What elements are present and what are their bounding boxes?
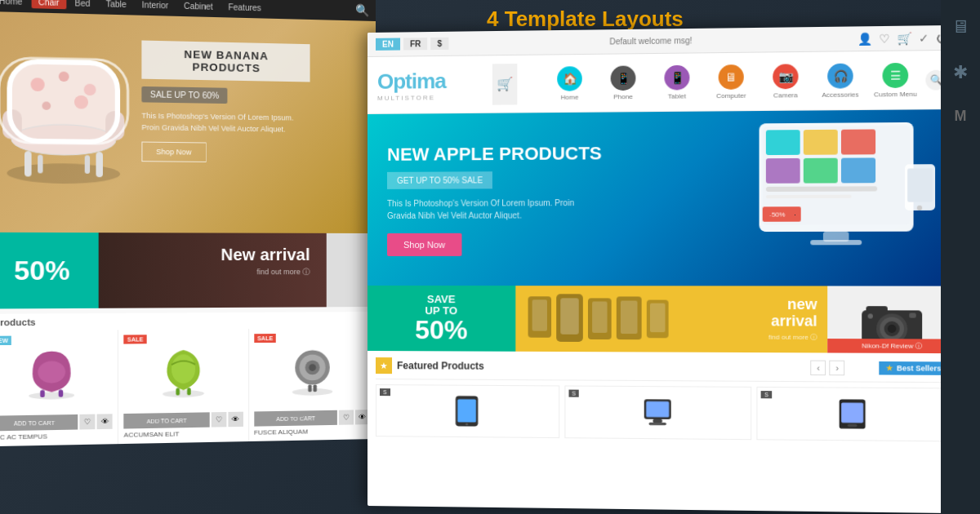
promo-strips-right: SAVEUP TO 50% new arrival find out more … — [368, 286, 957, 353]
nav-interior[interactable]: Interior — [135, 0, 175, 11]
nav-accessories-box[interactable]: 🎧 Accessories — [815, 57, 865, 104]
nav-cabinet[interactable]: Cabinet — [177, 0, 220, 13]
hero-sale-text: SALE UP TO 60% — [141, 86, 227, 104]
topbar-welcome: Default welcome msg! — [452, 34, 854, 48]
user-icon[interactable]: 👤 — [858, 32, 872, 46]
phone-label: Phone — [613, 92, 633, 100]
svg-point-68 — [466, 423, 468, 425]
featured-header: ★ Featured Products ‹ › ★ Best Sellers — [376, 357, 948, 383]
svg-point-0 — [7, 163, 120, 184]
nav-camera-box[interactable]: 📷 Camera — [761, 58, 811, 105]
nav-home-box[interactable]: 🏠 Home — [546, 60, 594, 106]
svg-point-24 — [292, 388, 333, 397]
nav-features[interactable]: Features — [221, 0, 268, 14]
hero-banner-text: NEW BANANA PRODUCTS — [141, 41, 310, 82]
svg-rect-13 — [38, 155, 42, 174]
svg-point-47 — [917, 206, 922, 210]
svg-rect-11 — [24, 151, 32, 176]
cart-icon-top[interactable]: 🛒 — [897, 31, 911, 45]
lang-fr-button[interactable]: FR — [403, 38, 427, 50]
device-illustration: -50% — [725, 113, 948, 285]
svg-rect-29 — [308, 385, 311, 392]
svg-rect-53 — [592, 301, 607, 333]
nav-computer-box[interactable]: 🖥 Computer — [706, 58, 755, 105]
products-section: Products NEW ADD TO CART ♡ 👁 — [0, 307, 376, 446]
product-name-2: ACCUMSAN ELIT — [124, 429, 243, 439]
featured-prev-button[interactable]: ‹ — [811, 361, 826, 376]
add-to-cart-button-2[interactable]: ADD TO CART — [124, 412, 210, 428]
joomla-icon[interactable]: ✱ — [953, 62, 968, 83]
wishlist-icon-2[interactable]: ♡ — [211, 412, 226, 428]
nav-phone-box[interactable]: 📱 Phone — [599, 60, 648, 106]
svg-rect-23 — [188, 388, 192, 395]
magento-icon[interactable]: M — [955, 108, 967, 125]
lang-dollar-button[interactable]: $ — [430, 38, 448, 50]
custom-label: Custom Menu — [874, 90, 917, 98]
product-card-3: SALE ADD TO CART ♡ 👁 — [249, 328, 376, 441]
featured-arrows: ‹ › — [811, 361, 845, 376]
logo-text: Optima — [377, 68, 492, 95]
promo-save-block[interactable]: SAVEUP TO 50% — [368, 286, 515, 352]
svg-rect-67 — [458, 399, 477, 422]
check-icon[interactable]: ✓ — [919, 31, 929, 45]
hero-shop-now-button[interactable]: Shop Now — [141, 142, 206, 162]
product-card-2: SALE ADD TO CART ♡ 👁 ACCU — [118, 329, 248, 444]
promo-phones-block[interactable] — [515, 286, 691, 352]
view-icon-2[interactable]: 👁 — [228, 412, 243, 428]
hero-right-content: NEW APPLE PRODUCTS GET UP TO 50% SALE Th… — [368, 126, 622, 272]
svg-point-16 — [29, 392, 74, 400]
promo-nikon-block[interactable]: Nikon-Df Review ⓘ — [827, 286, 956, 353]
svg-rect-12 — [96, 152, 103, 177]
template-right: EN FR $ Default welcome msg! 👤 ♡ 🛒 ✓ ⏻ O… — [368, 25, 957, 513]
nav-chair[interactable]: Chair — [31, 0, 66, 9]
promo-new-arrival-right[interactable]: new arrival find out more ⓘ — [692, 286, 828, 352]
product-badge-sale-3: SALE — [254, 334, 276, 343]
featured-title: Featured Products — [397, 360, 811, 374]
svg-rect-19 — [59, 390, 64, 397]
svg-rect-51 — [560, 298, 578, 335]
hero-left-content: NEW BANANA PRODUCTS SALE UP TO 60% This … — [141, 41, 310, 164]
custom-menu-icon: ☰ — [883, 62, 909, 87]
cart-button[interactable]: 🛒 — [492, 63, 517, 104]
product-actions-3: ADD TO CART ♡ 👁 — [254, 410, 370, 427]
tablet-icon: 📱 — [664, 64, 689, 90]
featured-badge-1: S — [380, 388, 390, 396]
hero-right-shop-now-button[interactable]: Shop Now — [387, 233, 461, 255]
nav-custom-box[interactable]: ☰ Custom Menu — [871, 56, 920, 104]
camera-icon: 📷 — [773, 64, 798, 89]
wishlist-icon-3[interactable]: ♡ — [339, 410, 354, 424]
hero-left: NEW BANANA PRODUCTS SALE UP TO 60% This … — [0, 11, 376, 233]
tablet-label: Tablet — [668, 92, 686, 100]
svg-rect-14 — [85, 155, 90, 174]
monitor-icon[interactable]: 🖥 — [951, 16, 969, 38]
nikon-label: Nikon-Df Review ⓘ — [827, 339, 956, 353]
nav-icons-right: 🏠 Home 📱 Phone 📱 Tablet 🖥 Computer 📷 Cam… — [517, 56, 947, 107]
wishlist-icon[interactable]: ♡ — [879, 32, 890, 46]
svg-rect-40 — [766, 195, 852, 198]
nav-table[interactable]: Table — [99, 0, 133, 11]
nav-home[interactable]: Home — [0, 0, 29, 8]
nav-tablet-box[interactable]: 📱 Tablet — [653, 59, 702, 106]
featured-next-button[interactable]: › — [830, 361, 845, 376]
computer-icon: 🖥 — [719, 64, 744, 90]
right-sidebar: 🖥 ✱ M — [941, 0, 980, 514]
product-badge-new: NEW — [0, 336, 11, 346]
add-to-cart-button-3[interactable]: ADD TO CART — [254, 410, 337, 427]
svg-rect-59 — [866, 306, 887, 314]
wishlist-icon-1[interactable]: ♡ — [80, 414, 96, 430]
hero-right-title: NEW APPLE PRODUCTS — [387, 143, 602, 166]
featured-star-icon: ★ — [376, 357, 392, 374]
featured-badge-3: S — [761, 391, 772, 398]
nav-search-icon[interactable]: 🔍 — [355, 3, 369, 16]
promo-percent-left[interactable]: 50% — [0, 233, 99, 309]
svg-point-65 — [868, 313, 873, 318]
promo-new-arrival-left[interactable]: New arrival find out more ⓘ — [99, 233, 327, 308]
featured-badge-2: S — [568, 390, 579, 397]
view-icon-1[interactable]: 👁 — [97, 414, 113, 429]
hero-sale-btn[interactable]: GET UP TO 50% SALE — [387, 171, 492, 189]
svg-rect-22 — [176, 388, 180, 396]
nav-bed[interactable]: Bed — [68, 0, 97, 10]
add-to-cart-button-1[interactable]: ADD TO CART — [0, 414, 78, 432]
chair-illustration — [0, 29, 133, 216]
lang-en-button[interactable]: EN — [376, 38, 400, 51]
